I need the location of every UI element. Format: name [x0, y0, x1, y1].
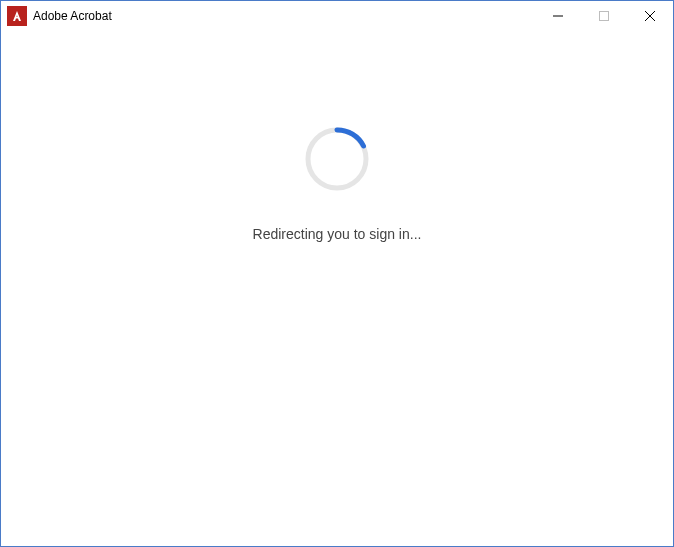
status-text: Redirecting you to sign in...: [253, 226, 422, 242]
minimize-button[interactable]: [535, 1, 581, 31]
content-area: Redirecting you to sign in...: [1, 31, 673, 546]
svg-rect-0: [8, 7, 26, 25]
maximize-button: [581, 1, 627, 31]
svg-rect-2: [600, 12, 609, 21]
loading-spinner-icon: [304, 126, 370, 192]
app-icon: [7, 6, 27, 26]
window-title: Adobe Acrobat: [33, 9, 112, 23]
window-controls: [535, 1, 673, 31]
close-button[interactable]: [627, 1, 673, 31]
spinner-container: [304, 126, 370, 196]
titlebar: Adobe Acrobat: [1, 1, 673, 31]
